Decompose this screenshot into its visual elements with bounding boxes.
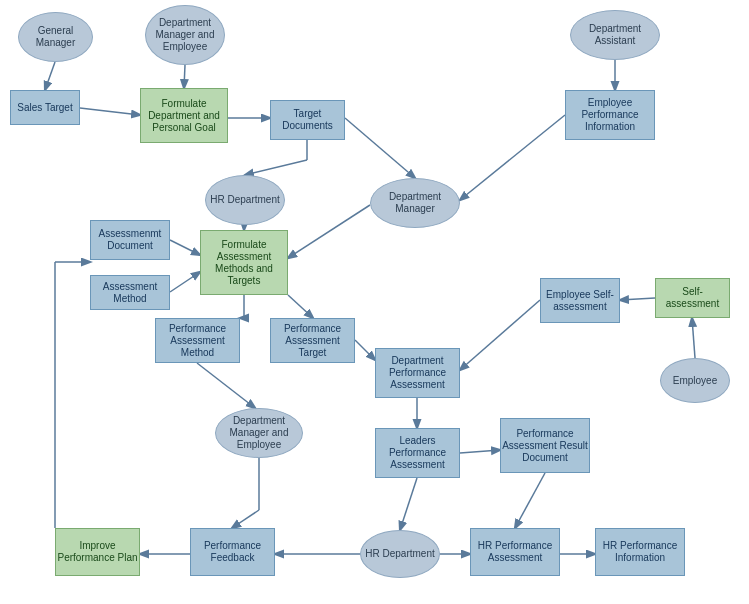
general-manager-node: General Manager — [18, 12, 93, 62]
perf-assess-method-node: Performance Assessment Method — [155, 318, 240, 363]
svg-line-0 — [45, 62, 55, 90]
sales-target-node: Sales Target — [10, 90, 80, 125]
perf-assess-target-node: Performance Assessment Target — [270, 318, 355, 363]
self-assessment-node: Self-assessment — [655, 278, 730, 318]
svg-line-15 — [288, 295, 313, 318]
svg-line-22 — [460, 450, 500, 453]
hr-perf-assess-node: HR Performance Assessment — [470, 528, 560, 576]
employee-node: Employee — [660, 358, 730, 403]
dept-manager-emp-top-node: Department Manager and Employee — [145, 5, 225, 65]
svg-line-5 — [245, 160, 307, 175]
svg-line-11 — [170, 240, 200, 255]
svg-line-18 — [460, 300, 540, 370]
svg-line-17 — [692, 318, 695, 358]
hr-department-bot-node: HR Department — [360, 530, 440, 578]
svg-line-12 — [170, 272, 200, 292]
diagram: General Manager Department Manager and E… — [0, 0, 749, 604]
hr-perf-info-node: HR Performance Information — [595, 528, 685, 576]
svg-line-16 — [620, 298, 655, 300]
svg-line-19 — [197, 363, 255, 408]
improve-perf-plan-node: Improve Performance Plan — [55, 528, 140, 576]
leaders-perf-assess-node: Leaders Performance Assessment — [375, 428, 460, 478]
assessment-method-node: Assessment Method — [90, 275, 170, 310]
dept-assistant-node: Department Assistant — [570, 10, 660, 60]
employee-perf-info-node: Employee Performance Information — [565, 90, 655, 140]
svg-line-1 — [80, 108, 140, 115]
svg-line-20 — [355, 340, 375, 360]
dept-manager-mid-node: Department Manager — [370, 178, 460, 228]
formulate-assessment-node: Formulate Assessment Methods and Targets — [200, 230, 288, 295]
dept-perf-assess-node: Department Performance Assessment — [375, 348, 460, 398]
formulate-dept-goal-node: Formulate Department and Personal Goal — [140, 88, 228, 143]
svg-line-6 — [345, 118, 415, 178]
perf-assess-result-node: Performance Assessment Result Document — [500, 418, 590, 473]
svg-line-23 — [515, 473, 545, 528]
target-documents-node: Target Documents — [270, 100, 345, 140]
svg-line-32 — [232, 510, 259, 528]
svg-line-8 — [460, 115, 565, 200]
assessment-doc-node: Assessmenmt Document — [90, 220, 170, 260]
svg-line-2 — [184, 65, 185, 88]
svg-line-10 — [288, 205, 370, 258]
hr-department-top-node: HR Department — [205, 175, 285, 225]
dept-manager-emp-bot-node: Department Manager and Employee — [215, 408, 303, 458]
svg-line-24 — [400, 478, 417, 530]
perf-feedback-node: Performance Feedback — [190, 528, 275, 576]
employee-self-assess-node: Employee Self-assessment — [540, 278, 620, 323]
